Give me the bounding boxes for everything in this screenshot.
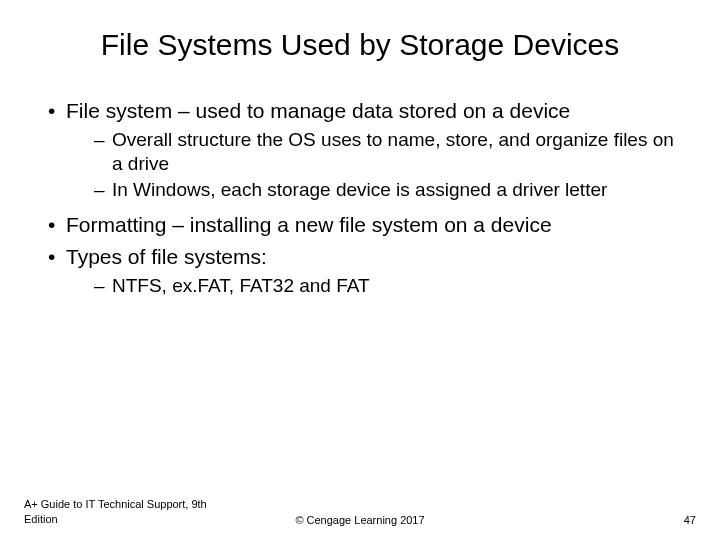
bullet-item: Types of file systems: NTFS, ex.FAT, FAT… <box>48 244 688 298</box>
sub-bullet-item: Overall structure the OS uses to name, s… <box>94 128 688 176</box>
slide-body: File system – used to manage data stored… <box>32 98 688 298</box>
sub-bullet-list: NTFS, ex.FAT, FAT32 and FAT <box>66 274 688 298</box>
footer-page-number: 47 <box>656 514 696 526</box>
bullet-text: File system – used to manage data stored… <box>66 99 570 122</box>
sub-bullet-text: Overall structure the OS uses to name, s… <box>112 129 674 174</box>
slide-footer: A+ Guide to IT Technical Support, 9th Ed… <box>0 497 720 526</box>
bullet-list: File system – used to manage data stored… <box>32 98 688 298</box>
sub-bullet-item: NTFS, ex.FAT, FAT32 and FAT <box>94 274 688 298</box>
sub-bullet-item: In Windows, each storage device is assig… <box>94 178 688 202</box>
slide: File Systems Used by Storage Devices Fil… <box>0 0 720 540</box>
sub-bullet-text: In Windows, each storage device is assig… <box>112 179 607 200</box>
sub-bullet-list: Overall structure the OS uses to name, s… <box>66 128 688 201</box>
footer-center: © Cengage Learning 2017 <box>0 514 720 526</box>
bullet-text: Types of file systems: <box>66 245 267 268</box>
bullet-item: File system – used to manage data stored… <box>48 98 688 202</box>
slide-title: File Systems Used by Storage Devices <box>32 28 688 62</box>
sub-bullet-text: NTFS, ex.FAT, FAT32 and FAT <box>112 275 370 296</box>
bullet-item: Formatting – installing a new file syste… <box>48 212 688 238</box>
bullet-text: Formatting – installing a new file syste… <box>66 213 552 236</box>
